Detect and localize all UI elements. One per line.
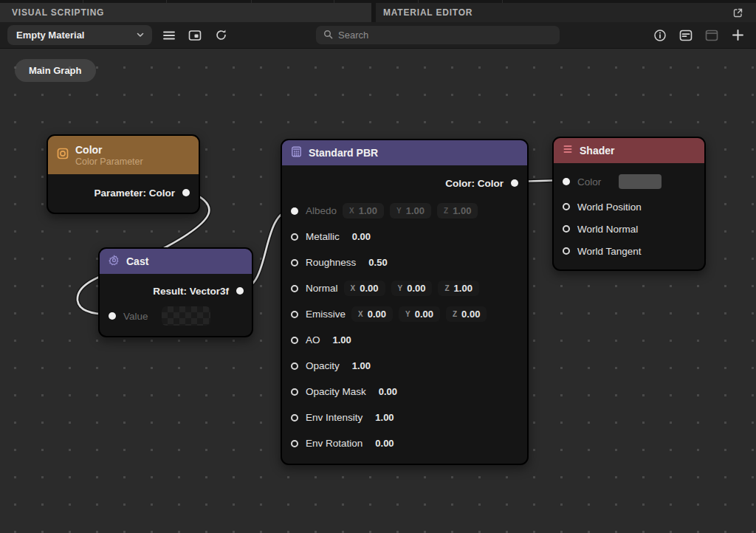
color-output-row: Parameter: Color [48, 180, 199, 205]
pbr-input-label: Opacity [306, 360, 340, 371]
axis-label: X [351, 284, 356, 292]
color-parameter-icon [57, 148, 69, 162]
layers-bars-icon [563, 144, 573, 157]
vector-field-x[interactable]: X0.00 [344, 281, 385, 296]
pbr-input-row: Metallic0.00 [282, 224, 527, 250]
preview-panel-icon[interactable] [185, 27, 205, 44]
pbr-input-port-albedo[interactable] [291, 207, 298, 215]
color-output-port[interactable] [182, 189, 190, 196]
cast-node-title: Cast [126, 255, 148, 267]
shader-input-port-world-tangent[interactable] [563, 247, 570, 255]
axis-label: Z [444, 284, 449, 292]
scalar-value[interactable]: 1.00 [352, 360, 371, 371]
pbr-input-label: Emissive [306, 309, 346, 320]
pbr-output-port[interactable] [511, 179, 518, 187]
pbr-input-label: Roughness [306, 257, 356, 268]
tab-visual-scripting[interactable]: VISUAL SCRIPTING [0, 3, 371, 22]
pbr-input-row: Env Intensity1.00 [282, 405, 527, 430]
scalar-value[interactable]: 0.00 [352, 231, 371, 242]
vector-value: 1.00 [454, 283, 472, 294]
axis-label: X [349, 207, 354, 215]
scalar-value[interactable]: 0.00 [379, 386, 397, 397]
pbr-input-port-opacity[interactable] [291, 362, 298, 370]
add-icon[interactable] [728, 27, 747, 44]
pbr-input-row: AlbedoX1.00Y1.00Z1.00 [282, 198, 527, 224]
shader-input-label: Color [577, 176, 601, 188]
axis-label: X [358, 310, 363, 318]
shader-inputs: ColorWorld PositionWorld NormalWorld Tan… [554, 163, 704, 269]
tab-material-editor[interactable]: MATERIAL EDITOR [376, 3, 756, 22]
search-bar[interactable] [316, 26, 560, 44]
node-color-parameter[interactable]: Color Color Parameter Parameter: Color [47, 134, 200, 214]
pbr-input-label: AO [306, 334, 320, 345]
axis-label: Y [396, 207, 402, 215]
vector-field-z[interactable]: Z1.00 [438, 281, 478, 296]
pbr-input-label: Opacity Mask [306, 386, 366, 397]
vector-field-y[interactable]: Y0.00 [399, 306, 440, 322]
vector-value: 0.00 [368, 309, 386, 320]
vector-field-y[interactable]: Y0.00 [391, 281, 433, 296]
shader-input-port-world-position[interactable] [563, 203, 570, 210]
cast-output-port[interactable] [236, 287, 244, 295]
cast-value-port[interactable] [109, 312, 116, 320]
scalar-value[interactable]: 1.00 [333, 334, 351, 345]
graph-breadcrumb[interactable]: Main Graph [15, 59, 96, 82]
axis-label: Y [405, 310, 410, 318]
vector-field-y[interactable]: Y1.00 [390, 203, 431, 219]
pbr-input-port-roughness[interactable] [291, 259, 298, 266]
node-standard-pbr[interactable]: Standard PBR Color: Color AlbedoX1.00Y1.… [281, 139, 529, 465]
vector-field-z[interactable]: Z0.00 [446, 306, 487, 322]
axis-label: Z [444, 207, 448, 215]
pbr-input-label: Metallic [306, 231, 340, 242]
shader-input-port-color[interactable] [563, 178, 570, 185]
scalar-value[interactable]: 0.50 [368, 257, 387, 268]
node-cast[interactable]: Cast Result: Vector3f Value [98, 247, 253, 337]
pbr-node-header[interactable]: Standard PBR [282, 140, 527, 165]
cast-node-header[interactable]: Cast [100, 249, 252, 274]
pbr-input-port-opacity-mask[interactable] [291, 388, 298, 396]
material-grid-icon [291, 146, 302, 160]
vector-field-x[interactable]: X1.00 [343, 203, 384, 219]
cast-value-swatch[interactable] [162, 306, 210, 326]
pbr-input-port-env-intensity[interactable] [291, 414, 298, 422]
info-icon[interactable] [650, 27, 670, 44]
window-panel-icon[interactable] [702, 27, 721, 44]
search-input[interactable] [338, 30, 552, 41]
color-node-title: Color [75, 144, 143, 156]
vector-value: 0.00 [461, 309, 480, 320]
editor-toolbar: Empty Material [0, 22, 756, 49]
pbr-input-port-metallic[interactable] [291, 233, 298, 241]
cast-output-label: Result: Vector3f [153, 286, 229, 297]
shader-input-row: Color [554, 168, 704, 196]
graph-breadcrumb-label: Main Graph [29, 65, 82, 76]
shader-input-label: World Normal [577, 224, 638, 235]
shader-color-swatch[interactable] [619, 174, 662, 189]
library-panel-icon[interactable] [676, 27, 695, 44]
pbr-input-port-normal[interactable] [291, 285, 298, 292]
axis-label: Y [398, 284, 403, 292]
pbr-input-label: Normal [306, 283, 338, 294]
shader-input-row: World Normal [554, 218, 704, 240]
menu-icon[interactable] [159, 27, 179, 44]
scalar-value[interactable]: 1.00 [375, 412, 394, 423]
pbr-input-port-env-rotation[interactable] [291, 440, 298, 447]
color-node-header[interactable]: Color Color Parameter [48, 136, 199, 174]
pbr-inputs: AlbedoX1.00Y1.00Z1.00Metallic0.00Roughne… [282, 198, 527, 456]
shader-input-row: World Tangent [554, 240, 704, 262]
refresh-icon[interactable] [211, 27, 230, 44]
visual-scripting-label: VISUAL SCRIPTING [12, 7, 104, 18]
pbr-input-row: NormalX0.00Y0.00Z1.00 [282, 275, 527, 301]
graph-canvas[interactable]: Main Graph Color Color Parameter Paramet… [0, 49, 756, 533]
pbr-input-port-emissive[interactable] [291, 311, 298, 318]
scalar-value[interactable]: 0.00 [375, 438, 394, 449]
vector-value: 1.00 [359, 205, 377, 216]
pbr-input-label: Env Rotation [306, 438, 362, 449]
shader-node-header[interactable]: Shader [554, 138, 704, 163]
pbr-input-port-ao[interactable] [291, 337, 298, 344]
open-external-icon[interactable] [728, 4, 747, 21]
vector-field-z[interactable]: Z1.00 [437, 203, 478, 219]
node-shader[interactable]: Shader ColorWorld PositionWorld NormalWo… [552, 137, 706, 271]
shader-input-port-world-normal[interactable] [563, 225, 570, 233]
vector-field-x[interactable]: X0.00 [351, 306, 393, 322]
material-select[interactable]: Empty Material [7, 25, 152, 45]
